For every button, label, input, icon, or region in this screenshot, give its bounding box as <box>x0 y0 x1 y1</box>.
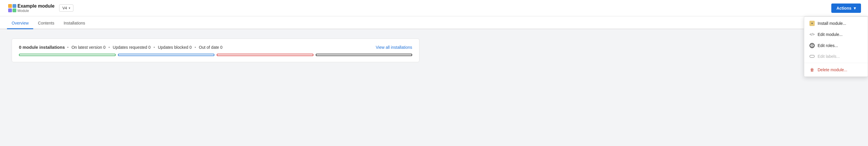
dropdown-item-delete-module[interactable]: 🗑 Delete module... <box>804 64 868 75</box>
stat-out-of-date-label: Out of date 0 <box>199 45 222 50</box>
svg-rect-2 <box>8 8 12 12</box>
dropdown-item-edit-roles[interactable]: Edit roles... <box>804 40 868 51</box>
stat-latest-label: On latest version 0 <box>71 45 105 50</box>
install-icon <box>809 21 815 26</box>
edit-roles-label: Edit roles... <box>817 43 838 48</box>
view-all-installations-link[interactable]: View all installations <box>376 45 412 50</box>
label-icon <box>809 55 815 58</box>
stat-updates-blocked-label: Updates blocked 0 <box>158 45 192 50</box>
module-title: Example module <box>18 3 55 9</box>
actions-label: Actions <box>837 6 851 10</box>
installations-count: 0 module installations <box>19 45 65 50</box>
svg-rect-1 <box>12 4 16 8</box>
stat-updates-requested: Updates requested 0 <box>113 45 151 50</box>
trash-icon: 🗑 <box>809 67 815 72</box>
nav-tabs: Overview Contents Installations <box>0 16 868 29</box>
dropdown-divider <box>804 63 868 63</box>
stat-sep-0: • <box>67 45 69 50</box>
progress-bar-blue <box>118 54 215 56</box>
version-selector[interactable]: V4 ▾ <box>59 4 73 12</box>
header: Example module Module V4 ▾ Actions ▾ Ins… <box>0 0 868 16</box>
actions-button[interactable]: Actions ▾ <box>831 3 861 13</box>
stat-sep-2: • <box>154 45 155 50</box>
chevron-down-icon: ▾ <box>69 6 70 10</box>
tab-overview[interactable]: Overview <box>7 18 33 29</box>
installations-card: 0 module installations • On latest versi… <box>12 39 420 62</box>
stat-updates-req-label: Updates requested 0 <box>113 45 151 50</box>
stat-sep-1: • <box>108 45 110 50</box>
version-label: V4 <box>62 6 67 10</box>
app-logo <box>7 3 18 14</box>
installations-stats: 0 module installations • On latest versi… <box>19 45 223 50</box>
module-subtitle: Module <box>18 9 55 13</box>
install-module-label: Install module... <box>817 21 846 26</box>
stat-updates-blocked: Updates blocked 0 <box>158 45 192 50</box>
progress-bar-red <box>217 54 313 56</box>
main-content: 0 module installations • On latest versi… <box>0 29 868 146</box>
code-icon: </> <box>809 32 815 37</box>
tab-installations[interactable]: Installations <box>59 18 90 29</box>
edit-module-label: Edit module... <box>817 32 843 37</box>
delete-module-label: Delete module... <box>817 68 847 72</box>
progress-bar-green <box>19 54 116 56</box>
progress-bars <box>19 54 412 56</box>
stat-out-of-date: Out of date 0 <box>199 45 222 50</box>
stat-sep-3: • <box>194 45 196 50</box>
actions-chevron-icon: ▾ <box>854 6 856 10</box>
svg-rect-0 <box>8 4 12 8</box>
actions-dropdown: Install module... </> Edit module... Edi… <box>804 16 868 77</box>
tab-contents[interactable]: Contents <box>33 18 59 29</box>
svg-point-6 <box>811 44 813 46</box>
module-title-area: Example module Module <box>18 3 55 13</box>
svg-rect-3 <box>12 8 16 12</box>
role-icon <box>809 43 815 48</box>
dropdown-item-edit-labels: Edit labels... <box>804 51 868 62</box>
edit-labels-label: Edit labels... <box>817 54 840 59</box>
dropdown-item-install[interactable]: Install module... <box>804 18 868 29</box>
stat-latest-version: On latest version 0 <box>71 45 105 50</box>
installations-header: 0 module installations • On latest versi… <box>19 45 412 50</box>
dropdown-item-edit-module[interactable]: </> Edit module... <box>804 29 868 40</box>
progress-bar-black <box>316 54 412 56</box>
